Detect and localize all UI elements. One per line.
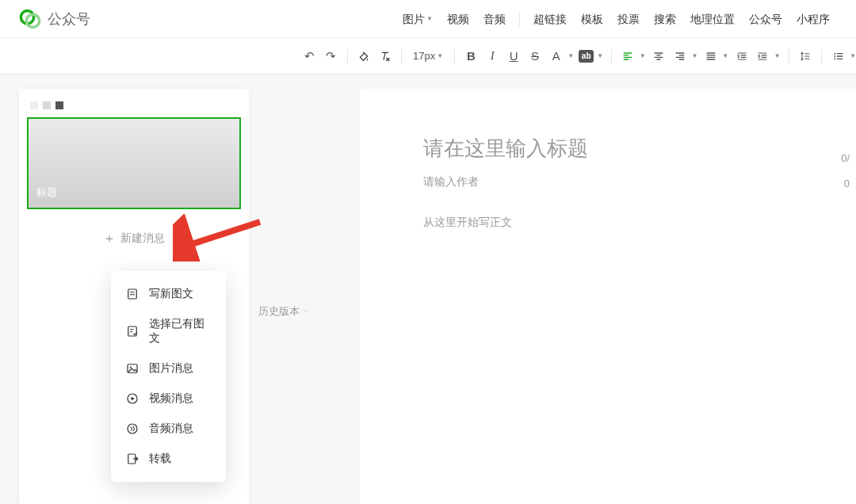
title-input[interactable] bbox=[423, 136, 812, 161]
audio-icon bbox=[125, 422, 139, 436]
editor-pane: 从这里开始写正文 0/ 0 bbox=[360, 89, 856, 504]
document-check-icon bbox=[125, 324, 139, 338]
svg-point-2 bbox=[834, 52, 835, 54]
menu-item-repost[interactable]: 转载 bbox=[111, 444, 226, 474]
divider bbox=[347, 49, 348, 63]
divider bbox=[519, 11, 520, 27]
svg-point-4 bbox=[834, 58, 835, 59]
align-center-button[interactable] bbox=[651, 47, 667, 66]
card-status-dots bbox=[27, 97, 241, 117]
menu-item-write-article[interactable]: 写新图文 bbox=[111, 279, 226, 309]
repost-icon bbox=[125, 452, 139, 466]
font-color-button[interactable]: A bbox=[548, 47, 564, 66]
divider bbox=[401, 49, 402, 63]
chevron-down-icon: ▼ bbox=[640, 52, 646, 59]
chevron-down-icon: ▼ bbox=[567, 52, 574, 59]
bullet-list-button[interactable] bbox=[830, 47, 846, 66]
insert-hyperlink-tab[interactable]: 超链接 bbox=[526, 0, 574, 38]
author-counter: 0 bbox=[844, 178, 850, 189]
body-placeholder[interactable]: 从这里开始写正文 bbox=[423, 216, 856, 230]
header-insert-tabs: 图片 ▼ 视频 音频 超链接 模板 投票 搜索 地理位置 公众号 小程序 bbox=[396, 0, 837, 38]
svg-rect-5 bbox=[128, 289, 137, 299]
app-name: 公众号 bbox=[48, 10, 90, 29]
chevron-down-icon: ▼ bbox=[722, 52, 728, 59]
insert-audio-tab[interactable]: 音频 bbox=[476, 0, 513, 38]
menu-item-select-existing[interactable]: 选择已有图文 bbox=[111, 309, 226, 353]
chevron-down-icon: ▼ bbox=[437, 52, 443, 59]
align-left-button[interactable] bbox=[620, 47, 636, 66]
editor-toolbar: ↶ ↷ 17px ▼ B I U S A▼ ab▼ ▼ ▼ ▼ ▼ ▼ bbox=[0, 38, 856, 74]
insert-template-tab[interactable]: 模板 bbox=[574, 0, 610, 38]
bold-button[interactable]: B bbox=[463, 47, 480, 66]
insert-location-tab[interactable]: 地理位置 bbox=[683, 0, 742, 38]
insert-search-tab[interactable]: 搜索 bbox=[647, 0, 683, 38]
insert-image-tab[interactable]: 图片 ▼ bbox=[396, 0, 440, 38]
align-justify-button[interactable] bbox=[702, 47, 719, 66]
divider bbox=[789, 49, 789, 63]
history-versions-link[interactable]: 历史版本 ﹀ bbox=[258, 304, 310, 319]
indent-increase-button[interactable] bbox=[755, 47, 771, 66]
undo-button[interactable]: ↶ bbox=[301, 47, 318, 66]
chevron-down-icon: ▼ bbox=[850, 52, 856, 59]
italic-button[interactable]: I bbox=[484, 47, 501, 66]
new-message-button[interactable]: ＋ 新建消息 bbox=[27, 231, 241, 246]
chevron-down-icon: ▼ bbox=[774, 52, 781, 59]
document-icon bbox=[125, 287, 139, 301]
title-counter: 0/ bbox=[841, 152, 850, 164]
app-logo: 公众号 bbox=[19, 8, 90, 30]
menu-item-image-message[interactable]: 图片消息 bbox=[111, 353, 226, 384]
chevron-down-icon: ▼ bbox=[426, 0, 433, 38]
line-height-button[interactable] bbox=[797, 47, 814, 66]
highlight-color-button[interactable]: ab bbox=[579, 50, 594, 63]
svg-point-8 bbox=[130, 366, 132, 368]
chevron-down-icon: ▼ bbox=[597, 52, 603, 59]
paint-bucket-button[interactable] bbox=[356, 47, 373, 66]
indent-decrease-button[interactable] bbox=[733, 47, 750, 66]
insert-miniprogram-tab[interactable]: 小程序 bbox=[789, 0, 837, 38]
menu-item-video-message[interactable]: 视频消息 bbox=[111, 384, 226, 414]
new-message-label: 新建消息 bbox=[120, 231, 165, 246]
redo-button[interactable]: ↷ bbox=[323, 47, 339, 66]
plus-icon: ＋ bbox=[103, 232, 116, 245]
divider bbox=[611, 49, 612, 63]
author-input[interactable] bbox=[423, 175, 812, 188]
menu-item-audio-message[interactable]: 音频消息 bbox=[111, 414, 226, 444]
chevron-down-icon: ﹀ bbox=[303, 307, 310, 317]
thumbnail-title-label: 标题 bbox=[36, 185, 57, 200]
insert-poll-tab[interactable]: 投票 bbox=[610, 0, 647, 38]
underline-button[interactable]: U bbox=[506, 47, 522, 66]
app-header: 公众号 图片 ▼ 视频 音频 超链接 模板 投票 搜索 地理位置 公众号 小程序 bbox=[0, 0, 856, 38]
divider bbox=[821, 49, 822, 63]
video-icon bbox=[125, 391, 139, 406]
clear-format-button[interactable] bbox=[376, 47, 393, 66]
strikethrough-button[interactable]: S bbox=[527, 47, 544, 66]
image-icon bbox=[125, 361, 139, 376]
article-thumbnail[interactable]: 标题 bbox=[27, 117, 241, 209]
wechat-logo-icon bbox=[19, 8, 41, 30]
divider bbox=[454, 49, 455, 63]
insert-official-account-tab[interactable]: 公众号 bbox=[742, 0, 789, 38]
insert-video-tab[interactable]: 视频 bbox=[440, 0, 476, 38]
font-size-select[interactable]: 17px ▼ bbox=[410, 50, 446, 62]
chevron-down-icon: ▼ bbox=[691, 52, 697, 59]
svg-point-10 bbox=[128, 424, 137, 433]
align-right-button[interactable] bbox=[672, 47, 689, 66]
main-area: 标题 ＋ 新建消息 历史版本 ﹀ 写新图文 选择已有图文 图片消息 视频消息 bbox=[0, 74, 856, 504]
new-message-dropdown: 写新图文 选择已有图文 图片消息 视频消息 音频消息 转载 bbox=[111, 271, 226, 482]
svg-point-3 bbox=[834, 55, 835, 57]
